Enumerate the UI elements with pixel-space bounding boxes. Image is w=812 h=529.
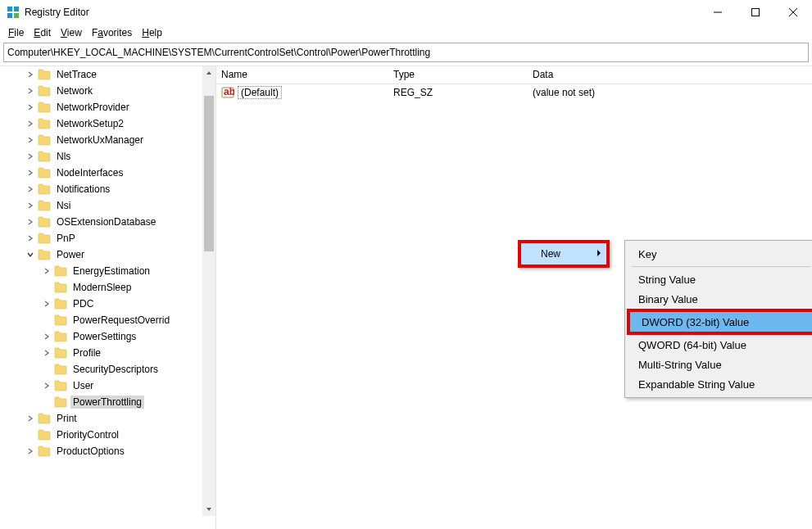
expander-icon[interactable]: [41, 265, 52, 277]
menu-item-dword[interactable]: DWORD (32-bit) Value: [630, 312, 812, 332]
tree-item[interactable]: OSExtensionDatabase: [0, 214, 202, 230]
maximize-button[interactable]: [737, 0, 774, 25]
expander-icon[interactable]: [41, 380, 52, 391]
value-data: (value not set): [528, 87, 812, 98]
list-body[interactable]: ab (Default) REG_SZ (value not set) New …: [216, 84, 812, 529]
expander-icon[interactable]: [25, 118, 36, 129]
expander-icon[interactable]: [25, 200, 36, 211]
minimize-button[interactable]: [699, 0, 737, 25]
tree-item[interactable]: Network: [0, 83, 202, 99]
folder-icon: [38, 413, 51, 424]
address-text: Computer\HKEY_LOCAL_MACHINE\SYSTEM\Curre…: [7, 47, 430, 58]
tree-item[interactable]: User: [0, 378, 202, 394]
expander-icon[interactable]: [25, 167, 36, 179]
tree-item[interactable]: PDC: [0, 296, 202, 312]
menu-item-qword[interactable]: QWORD (64-bit) Value: [627, 335, 812, 355]
menu-view[interactable]: View: [56, 25, 87, 40]
folder-icon: [54, 298, 67, 310]
expander-icon[interactable]: [25, 249, 36, 260]
tree-vscrollbar[interactable]: [202, 66, 215, 516]
menu-item-expandstring[interactable]: Expandable String Value: [627, 374, 812, 394]
tree-item[interactable]: Profile: [0, 345, 202, 361]
tree-item[interactable]: PowerThrottling: [0, 394, 202, 410]
tree-item[interactable]: PowerRequestOverrid: [0, 312, 202, 328]
list-header: Name Type Data: [216, 66, 812, 84]
expander-icon[interactable]: [25, 85, 36, 97]
menu-help[interactable]: Help: [137, 25, 167, 40]
menu-item-new[interactable]: New: [521, 243, 606, 264]
tree-item[interactable]: Notifications: [0, 181, 202, 197]
tree-label: Nsi: [54, 199, 73, 212]
window-title: Registry Editor: [25, 7, 89, 18]
expander-icon[interactable]: [25, 69, 36, 80]
folder-icon: [54, 396, 67, 408]
address-bar[interactable]: Computer\HKEY_LOCAL_MACHINE\SYSTEM\Curre…: [3, 43, 809, 62]
expander-icon[interactable]: [41, 331, 52, 342]
folder-icon: [54, 265, 67, 277]
col-name[interactable]: Name: [216, 66, 388, 84]
tree-item[interactable]: NetworkUxManager: [0, 132, 202, 148]
tree-item[interactable]: Print: [0, 410, 202, 427]
tree[interactable]: NetTraceNetworkNetworkProviderNetworkSet…: [0, 66, 215, 529]
value-type: REG_SZ: [388, 87, 528, 98]
menu-item-key[interactable]: Key: [627, 244, 812, 264]
expander-icon[interactable]: [25, 233, 36, 244]
menu-item-string[interactable]: String Value: [627, 269, 812, 289]
tree-item[interactable]: NetTrace: [0, 66, 202, 83]
svg-rect-5: [752, 9, 760, 16]
expander-icon[interactable]: [25, 216, 36, 228]
expander-icon[interactable]: [25, 445, 36, 457]
folder-icon: [38, 233, 51, 244]
scroll-track[interactable]: [202, 79, 215, 503]
tree-item[interactable]: EnergyEstimation: [0, 263, 202, 279]
scroll-up-icon[interactable]: [202, 66, 215, 79]
tree-item[interactable]: Nsi: [0, 197, 202, 214]
expander-icon[interactable]: [25, 413, 36, 424]
tree-item[interactable]: PriorityControl: [0, 427, 202, 443]
folder-icon: [54, 314, 67, 326]
menu-item-binary[interactable]: Binary Value: [627, 289, 812, 309]
tree-item[interactable]: NodeInterfaces: [0, 165, 202, 181]
menu-favorites[interactable]: Favorites: [87, 25, 137, 40]
scroll-thumb[interactable]: [204, 96, 214, 251]
tree-label: Print: [54, 412, 79, 425]
col-data[interactable]: Data: [528, 66, 812, 84]
folder-icon: [38, 151, 51, 162]
menu-edit[interactable]: Edit: [29, 25, 56, 40]
scroll-down-icon[interactable]: [202, 503, 215, 516]
expander-icon[interactable]: [25, 183, 36, 195]
menubar: File Edit View Favorites Help: [0, 25, 812, 41]
tree-item[interactable]: SecurityDescriptors: [0, 361, 202, 378]
titlebar: Registry Editor: [0, 0, 812, 25]
expander-icon[interactable]: [41, 298, 52, 310]
svg-rect-3: [14, 13, 19, 18]
expander-icon[interactable]: [41, 347, 52, 359]
context-menu-new[interactable]: New: [518, 240, 610, 268]
close-button[interactable]: [774, 0, 812, 25]
tree-label: PriorityControl: [54, 428, 121, 441]
expander-icon[interactable]: [25, 102, 36, 113]
expander-icon[interactable]: [25, 151, 36, 162]
tree-item[interactable]: PnP: [0, 230, 202, 246]
context-submenu-new: Key String Value Binary Value DWORD (32-…: [624, 240, 812, 398]
tree-label: Profile: [70, 346, 103, 359]
tree-item[interactable]: NetworkSetup2: [0, 115, 202, 132]
tree-label: Network: [54, 84, 95, 97]
tree-item[interactable]: Power: [0, 246, 202, 263]
folder-icon: [38, 134, 51, 146]
tree-label: NodeInterfaces: [54, 166, 125, 179]
tree-item[interactable]: ModernSleep: [0, 279, 202, 296]
col-type[interactable]: Type: [388, 66, 528, 84]
tree-item[interactable]: NetworkProvider: [0, 99, 202, 115]
tree-item[interactable]: PowerSettings: [0, 328, 202, 345]
folder-icon: [38, 200, 51, 211]
tree-label: SecurityDescriptors: [70, 363, 161, 376]
list-row[interactable]: ab (Default) REG_SZ (value not set): [216, 84, 812, 101]
tree-label: Nls: [54, 150, 73, 163]
expander-icon[interactable]: [25, 134, 36, 146]
tree-item[interactable]: Nls: [0, 148, 202, 165]
tree-item[interactable]: ProductOptions: [0, 443, 202, 459]
menu-file[interactable]: File: [3, 25, 29, 40]
menu-item-multistring[interactable]: Multi-String Value: [627, 355, 812, 374]
regedit-icon: [7, 6, 20, 19]
